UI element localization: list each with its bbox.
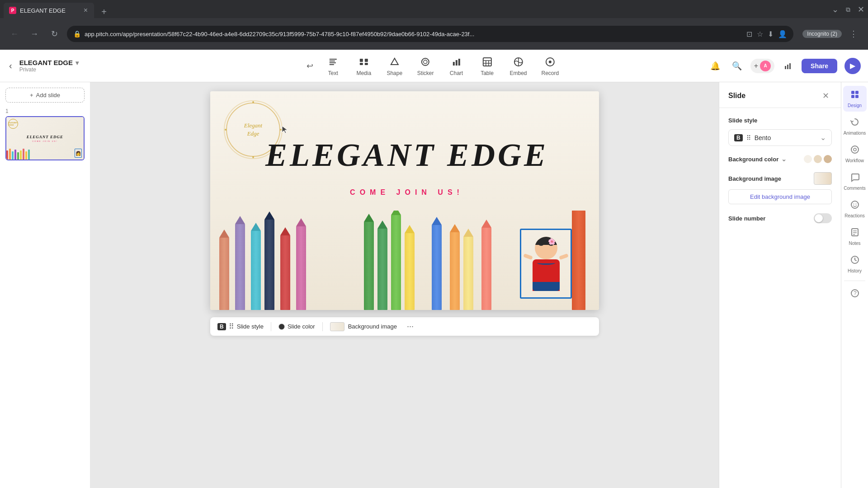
bottom-slide-style-label: Slide style [237, 323, 264, 330]
notes-label: Notes [849, 241, 860, 246]
chart-tool-icon [450, 56, 462, 68]
style-chevron-icon: ⌄ [820, 133, 826, 142]
b-badge-icon: B [217, 323, 226, 330]
tool-table[interactable]: Table [473, 52, 500, 80]
undo-button[interactable]: ↩ [304, 58, 316, 74]
more-options-button[interactable]: ··· [404, 321, 416, 332]
tool-record[interactable]: Record [536, 52, 565, 80]
svg-rect-23 [785, 66, 786, 69]
toggle-knob [815, 214, 823, 222]
svg-rect-13 [458, 59, 460, 66]
history-icon [850, 255, 860, 267]
screen-cast-icon[interactable]: ⊡ [746, 30, 752, 38]
thumb-logo: ELEGANT EDGE [9, 122, 18, 126]
sidebar-item-history[interactable]: History [843, 251, 867, 277]
svg-rect-29 [855, 95, 859, 98]
forward-button[interactable]: → [27, 27, 42, 41]
collaborator-avatar: A [760, 61, 771, 71]
address-bar[interactable]: 🔒 app.pitch.com/app/presentation/58f67c2… [67, 26, 793, 42]
window-restore[interactable]: ⧉ [846, 6, 850, 14]
tab-title: ELEGANT EDGE [20, 7, 79, 14]
search-button[interactable]: 🔍 [729, 58, 745, 74]
extensions-button[interactable]: ⋮ [846, 27, 861, 41]
reload-button[interactable]: ↻ [47, 27, 61, 41]
text-tool-icon [327, 56, 340, 68]
analytics-button[interactable] [780, 58, 796, 74]
incognito-badge[interactable]: Incognito (2) [802, 30, 842, 38]
active-tab[interactable]: P ELEGANT EDGE × [4, 3, 94, 18]
sidebar-item-notes[interactable]: Notes [843, 224, 867, 249]
sidebar-item-workflow[interactable]: Workflow [843, 141, 867, 167]
background-color-row[interactable]: Background color ⌄ [728, 155, 832, 163]
tool-chart[interactable]: Chart [443, 52, 470, 80]
svg-point-33 [853, 204, 854, 205]
sidebar-item-design[interactable]: Design [843, 86, 867, 112]
style-b-badge: B [734, 134, 743, 141]
svg-rect-2 [330, 62, 336, 63]
panel-header: Slide ✕ [719, 82, 841, 108]
new-tab-button[interactable]: + [98, 5, 110, 18]
presentation-title: ELEGANT EDGE ▾ [19, 59, 79, 66]
bottom-background-image-label: Background image [348, 323, 397, 330]
color-preview-3 [824, 155, 832, 163]
reactions-label: Reactions [844, 213, 864, 218]
tab-close-button[interactable]: × [83, 5, 89, 15]
svg-text:?: ? [854, 290, 857, 296]
workflow-label: Workflow [845, 158, 864, 163]
thumb-character: 👩 [75, 149, 82, 158]
share-button[interactable]: Share [802, 59, 837, 73]
edit-background-image-button[interactable]: Edit background image [728, 189, 832, 204]
add-slide-button[interactable]: + Add slide [5, 88, 85, 103]
panel-title: Slide [728, 92, 745, 100]
bottom-slide-color[interactable]: Slide color [278, 323, 315, 330]
profile-icon[interactable]: 👤 [778, 30, 787, 38]
svg-rect-28 [851, 95, 854, 98]
slide-style-selector[interactable]: B ⠿ Bento ⌄ [728, 129, 832, 146]
sidebar-item-reactions[interactable]: Reactions [843, 196, 867, 222]
character-figure: 🌸 [533, 237, 560, 291]
embed-tool-icon [512, 56, 525, 68]
back-button[interactable]: ← [7, 27, 22, 41]
svg-point-9 [422, 58, 429, 66]
toolbar-center: ↩ Text Media Shape [304, 52, 564, 80]
window-close[interactable]: ✕ [858, 5, 864, 14]
star-icon[interactable]: ☆ [757, 30, 763, 38]
background-image-swatch[interactable] [814, 172, 832, 185]
collaborators-pill[interactable]: + A [750, 59, 774, 73]
chart-tool-label: Chart [450, 70, 463, 76]
tab-favicon: P [9, 7, 16, 14]
download-icon[interactable]: ⬇ [768, 30, 774, 38]
tool-text[interactable]: Text [320, 52, 347, 80]
bottom-slide-style[interactable]: B ⠿ Slide style [217, 322, 264, 331]
slide-canvas[interactable]: ElegantEdge ELEGANT EDGE [210, 91, 599, 310]
logo-text: ElegantEdge [244, 122, 262, 138]
tool-sticker[interactable]: Sticker [412, 52, 439, 80]
panel-close-button[interactable]: ✕ [819, 89, 832, 102]
bottom-background-image[interactable]: Background image [330, 322, 397, 331]
media-tool-label: Media [356, 70, 371, 76]
sidebar-item-comments[interactable]: Comments [843, 169, 867, 194]
notifications-button[interactable]: 🔔 [707, 58, 723, 74]
bottom-slide-color-label: Slide color [288, 323, 315, 330]
tool-embed[interactable]: Embed [504, 52, 532, 80]
dots-badge-icon: ⠿ [229, 322, 234, 331]
slide-style-section-label: Slide style [728, 117, 832, 124]
slide-number-toggle[interactable] [814, 213, 832, 223]
main-content: + Add slide 1 ELEGANT EDGE ELEGANT EDGE … [0, 82, 868, 488]
slides-sidebar: + Add slide 1 ELEGANT EDGE ELEGANT EDGE … [0, 82, 90, 488]
svg-rect-6 [360, 63, 363, 65]
tool-shape[interactable]: Shape [381, 52, 408, 80]
svg-rect-25 [789, 63, 791, 69]
text-tool-label: Text [328, 70, 338, 76]
sidebar-item-help[interactable]: ? [843, 285, 867, 304]
title-dropdown-button[interactable]: ▾ [75, 59, 79, 66]
tool-media[interactable]: Media [350, 52, 377, 80]
sidebar-item-animations[interactable]: Animations [843, 113, 867, 139]
slide-thumbnail[interactable]: ELEGANT EDGE ELEGANT EDGE COME JOIN US! [5, 116, 85, 160]
shape-tool-icon [388, 56, 401, 68]
window-minimize[interactable]: ⌄ [832, 5, 839, 14]
present-button[interactable]: ▶ [844, 58, 861, 74]
svg-rect-1 [330, 61, 335, 61]
back-to-dashboard-button[interactable]: ‹ [7, 59, 14, 73]
window-controls: ⌄ ⧉ ✕ [832, 5, 864, 18]
